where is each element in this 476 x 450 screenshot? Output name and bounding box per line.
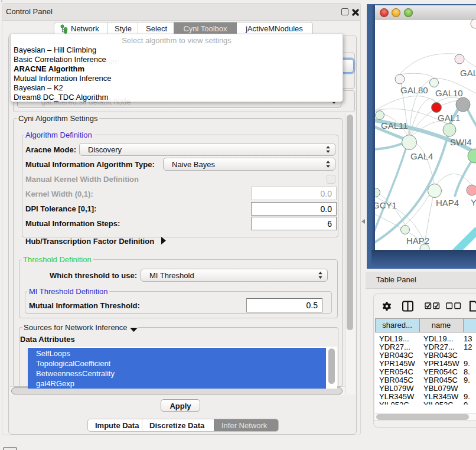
svg-text:SWI4: SWI4: [450, 137, 472, 147]
svg-text:GAL10: GAL10: [435, 88, 463, 98]
svg-text:GAL1: GAL1: [438, 113, 460, 123]
svg-text:GAL11: GAL11: [381, 120, 408, 131]
svg-text:HAP2: HAP2: [406, 236, 429, 246]
svg-text:HAP4: HAP4: [436, 198, 459, 208]
svg-text:GAL7: GAL7: [460, 68, 476, 78]
svg-text:GAL4: GAL4: [410, 151, 433, 161]
svg-text:GCY1: GCY1: [375, 200, 397, 210]
svg-text:GAL80: GAL80: [400, 85, 428, 95]
svg-text:Y: Y: [471, 197, 476, 207]
